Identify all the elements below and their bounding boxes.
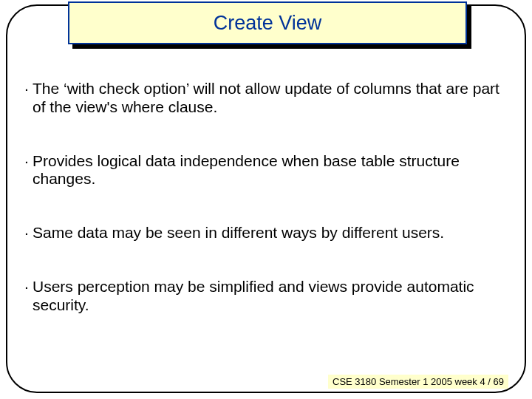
list-item: · The ‘with check option’ will not allow… [21,80,508,117]
bullet-dot-icon: · [21,152,33,171]
bullet-text: Provides logical data independence when … [33,152,508,189]
bullet-text: Same data may be seen in different ways … [33,224,508,242]
list-item: · Same data may be seen in different way… [21,224,508,242]
list-item: · Users perception may be simplified and… [21,278,508,315]
slide-footer: CSE 3180 Semester 1 2005 week 4 / 69 [328,375,508,389]
bullet-dot-icon: · [21,224,33,242]
bullet-text: Users perception may be simplified and v… [33,278,508,315]
slide-title: Create View [214,12,322,35]
bullet-dot-icon: · [21,278,33,296]
slide-frame: Create View · The ‘with check option’ wi… [6,4,526,393]
title-container: Create View [68,1,467,44]
title-box: Create View [68,1,467,44]
bullet-dot-icon: · [21,80,33,98]
bullet-text: The ‘with check option’ will not allow u… [33,80,508,117]
bullet-list: · The ‘with check option’ will not allow… [21,80,508,349]
list-item: · Provides logical data independence whe… [21,152,508,189]
